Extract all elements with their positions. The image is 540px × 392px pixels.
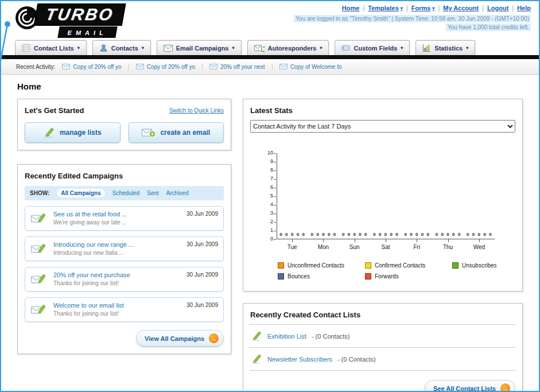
edit-envelope-icon — [30, 212, 46, 224]
contact-list-detail: - (0 Contacts) — [312, 333, 350, 340]
top-link-forms[interactable]: Forms▾ — [411, 5, 435, 11]
campaign-title-link[interactable]: Introducing our new range ... — [53, 241, 181, 248]
recent-activity-label: Recent Activity: — [16, 64, 55, 70]
x-tick-mark — [386, 239, 386, 242]
recent-lists-title: Recently Created Contact Lists — [250, 311, 515, 325]
campaign-row[interactable]: Introducing our new range ... Introducin… — [25, 236, 224, 261]
view-all-campaigns-button[interactable]: View All Campaigns → — [136, 330, 224, 347]
chevron-down-icon: ▾ — [432, 6, 434, 11]
legend-label: Bounces — [288, 273, 310, 280]
see-all-contact-lists-button[interactable]: See All Contact Lists → — [425, 380, 515, 392]
campaign-row[interactable]: Welcome to our email list Thanks for joi… — [25, 297, 224, 322]
latest-stats-title: Latest Stats — [250, 106, 515, 115]
chart-legend: Unconfirmed ContactsConfirmed ContactsUn… — [278, 262, 540, 284]
tab-contacts[interactable]: Contacts ▾ — [92, 40, 151, 55]
manage-lists-button[interactable]: manage lists — [25, 122, 121, 143]
x-tick-mark — [292, 239, 293, 242]
arrow-right-icon: → — [209, 333, 219, 343]
y-tick-mark — [274, 188, 276, 188]
recent-activity-item[interactable]: Copy of 20% off yo — [62, 64, 129, 70]
chevron-down-icon: ▾ — [142, 45, 144, 51]
filter-scheduled[interactable]: Scheduled — [112, 190, 139, 196]
top-link-my-account[interactable]: My Account — [443, 5, 479, 11]
legend-item: Unconfirmed Contacts — [278, 262, 365, 269]
chart-value-labels: 00000 — [401, 232, 432, 237]
view-all-campaigns-label: View All Campaigns — [145, 335, 204, 342]
create-email-button[interactable]: create an email — [129, 122, 224, 143]
top-link-logout[interactable]: Logout — [487, 5, 508, 11]
app-logo[interactable]: TURBO EMAIL — [6, 2, 155, 38]
tab-label: Custom Fields — [353, 45, 397, 52]
top-link-templates[interactable]: Templates▾ — [368, 5, 403, 11]
top-link-help[interactable]: Help — [517, 5, 531, 11]
chart-value-label: 0 — [395, 232, 398, 237]
arrow-right-icon: → — [500, 383, 510, 392]
tab-label: Contact Lists — [34, 45, 74, 52]
get-started-panel: Let's Get Started Switch to Quick Links … — [17, 99, 231, 150]
chart-value-labels: 00000 — [308, 232, 339, 237]
logo-secondary-text: EMAIL — [67, 29, 108, 36]
y-tick-mark — [274, 214, 276, 214]
nav-divider-bar — [1, 55, 539, 59]
tab-label: Email Campaigns — [176, 45, 229, 52]
recent-activity-item[interactable]: Copy of 20% off yo — [136, 64, 203, 70]
recent-activity-item[interactable]: Copy of Welcome to — [279, 64, 349, 70]
filter-sent[interactable]: Sent — [147, 190, 159, 196]
separator: | — [363, 5, 364, 11]
x-axis-label: Mon — [308, 244, 339, 250]
x-axis-label: Wed — [464, 244, 495, 250]
tab-autoresponders[interactable]: Autoresponders ▾ — [247, 40, 329, 55]
recent-activity-item[interactable]: 20% off your next — [209, 64, 273, 70]
separator: | — [438, 5, 440, 11]
legend-item: Unsubscribes — [452, 262, 539, 269]
y-tick-mark — [274, 222, 276, 223]
contact-list-link[interactable]: Newsletter Subscribers — [267, 356, 332, 363]
top-link-home[interactable]: Home — [342, 5, 360, 11]
contact-list-item[interactable]: Newsletter Subscribers - (0 Contacts) — [250, 348, 515, 371]
campaign-title-link[interactable]: 20% off your next purchase — [53, 271, 181, 278]
tab-contact-lists[interactable]: Contact Lists ▾ — [15, 40, 87, 55]
chevron-down-icon: ▾ — [466, 45, 468, 51]
y-tick-mark — [274, 162, 276, 162]
x-axis-label: Tue — [277, 244, 308, 250]
see-all-contact-lists-label: See All Contact Lists — [433, 385, 496, 392]
main-content: Home Let's Get Started Switch to Quick L… — [1, 75, 539, 391]
envelope-icon — [62, 64, 70, 69]
chart-value-labels: 00000 — [464, 232, 495, 237]
tab-label: Contacts — [111, 45, 138, 52]
chevron-down-icon: ▾ — [77, 45, 80, 51]
tab-email-campaigns[interactable]: Email Campaigns ▾ — [157, 40, 242, 55]
campaign-title-link[interactable]: See us at the retail food ... — [53, 211, 181, 218]
chart-value-labels: 00000 — [432, 232, 463, 237]
x-axis-label: Thu — [432, 244, 463, 250]
campaign-row[interactable]: See us at the retail food ... We're givi… — [25, 206, 224, 231]
separator: | — [406, 5, 408, 11]
switch-quick-links-link[interactable]: Switch to Quick Links — [169, 107, 224, 114]
contact-lists-icon — [22, 44, 30, 52]
chart-value-label: 0 — [483, 232, 485, 237]
tab-custom-fields[interactable]: Custom Fields ▾ — [335, 40, 410, 55]
campaign-date: 30 Jun 2009 — [187, 271, 218, 287]
stats-period-select[interactable]: Contact Activity for the Last 7 Days — [250, 120, 515, 133]
y-tick-mark — [274, 231, 276, 231]
x-axis-label: Sun — [339, 244, 370, 250]
legend-label: Unconfirmed Contacts — [288, 262, 344, 269]
campaign-row[interactable]: 20% off your next purchase Thanks for jo… — [25, 267, 224, 292]
chart-value-label: 0 — [427, 232, 429, 237]
legend-label: Confirmed Contacts — [375, 262, 425, 269]
contact-list-link[interactable]: Exhibition List — [267, 333, 306, 340]
chart-value-label: 0 — [285, 232, 288, 237]
campaign-date: 30 Jun 2009 — [187, 241, 218, 257]
filter-archived[interactable]: Archived — [166, 190, 189, 196]
y-tick-label: 4 — [259, 201, 273, 207]
y-tick-label: 9 — [259, 158, 273, 164]
chart-value-label: 0 — [311, 232, 313, 237]
campaign-title-link[interactable]: Welcome to our email list — [53, 302, 181, 309]
contact-list-item[interactable]: Exhibition List - (0 Contacts) — [250, 325, 515, 348]
top-link-label: Forms — [411, 5, 431, 11]
filter-all-campaigns[interactable]: All Campaigns — [57, 189, 104, 197]
y-tick-mark — [274, 179, 276, 180]
edit-envelope-icon — [30, 242, 46, 254]
tab-statistics[interactable]: Statistics ▾ — [415, 40, 475, 55]
chevron-down-icon: ▾ — [232, 45, 234, 51]
